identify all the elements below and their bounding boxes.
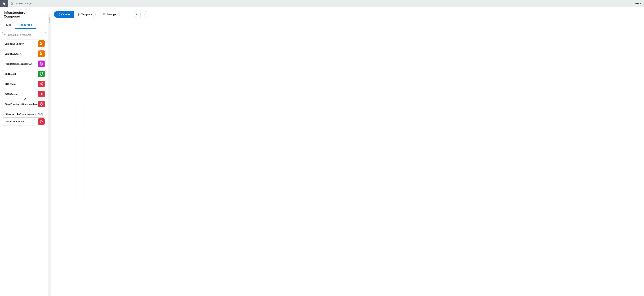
- template-mode-button[interactable]: Template: [74, 11, 96, 18]
- resource-label: RDS Database (External): [5, 63, 38, 65]
- sns-icon: [38, 81, 45, 87]
- resource-lambda-layer[interactable]: Lambda Layer: [2, 50, 46, 58]
- scroll-thumb[interactable]: [49, 17, 50, 23]
- resource-search[interactable]: [2, 32, 46, 38]
- sidebar-tabs: List Resources: [2, 22, 46, 29]
- bucket-icon: [38, 71, 45, 77]
- home-icon: [2, 2, 5, 5]
- search-icon: [4, 34, 6, 36]
- stepfunctions-icon: [38, 101, 45, 107]
- main-area: Infrastructure Composer List Resources L…: [0, 7, 644, 296]
- menu-button[interactable]: Menu: [632, 0, 644, 7]
- svg-point-5: [42, 83, 43, 83]
- svg-rect-16: [59, 13, 60, 14]
- scroll-up-button[interactable]: ˄: [48, 14, 51, 17]
- sidebar: Infrastructure Composer List Resources L…: [0, 7, 48, 296]
- svg-point-6: [42, 85, 43, 85]
- svg-point-0: [4, 34, 6, 35]
- svg-rect-18: [59, 15, 60, 16]
- arrange-icon: [103, 13, 105, 16]
- sqs-icon: [38, 91, 45, 97]
- svg-rect-15: [58, 13, 58, 14]
- svg-point-9: [42, 94, 43, 94]
- caret-down-icon: ▼: [2, 113, 4, 115]
- lambda-icon: [38, 51, 45, 57]
- resource-s3-bucket[interactable]: S3 Bucket: [2, 70, 46, 78]
- svg-line-1: [6, 35, 6, 36]
- section-standard-iac[interactable]: ▼ Standard IaC resources (1308): [2, 110, 46, 117]
- resource-label: Alexa::ASK::Skill: [5, 120, 38, 123]
- undo-icon: [136, 13, 138, 16]
- resource-label: SQS Queue: [5, 93, 38, 95]
- undo-button[interactable]: [134, 11, 140, 18]
- arrange-button[interactable]: Arrange: [99, 11, 120, 18]
- resource-list: Lambda Function Lambda Layer RDS Databas…: [0, 40, 48, 131]
- svg-rect-13: [41, 105, 42, 106]
- sidebar-header: Infrastructure Composer: [0, 7, 48, 20]
- history-group: [134, 11, 147, 18]
- resource-alexa-skill[interactable]: Alexa::ASK::Skill: [2, 117, 46, 126]
- resource-label: SNS Topic: [5, 83, 38, 85]
- resource-sns-topic[interactable]: SNS Topic: [2, 80, 46, 88]
- home-button[interactable]: [0, 0, 8, 7]
- svg-point-2: [40, 62, 42, 63]
- alexa-icon: [38, 118, 45, 125]
- scroll-track[interactable]: [48, 17, 51, 293]
- view-mode-group: Canvas Template: [54, 11, 96, 18]
- tab-list[interactable]: List: [2, 22, 15, 29]
- resource-sqs-queue[interactable]: SQS Queue: [2, 90, 46, 98]
- chevron-left-icon: [42, 13, 44, 16]
- sidebar-title: Infrastructure Composer: [4, 11, 40, 18]
- canvas-toolbar: Canvas Template Arrange: [51, 7, 644, 19]
- svg-point-4: [40, 84, 41, 84]
- resource-lambda-function[interactable]: Lambda Function: [2, 40, 46, 48]
- svg-point-7: [41, 93, 42, 94]
- lambda-icon: [38, 40, 45, 47]
- resource-rds-database[interactable]: RDS Database (External): [2, 60, 46, 68]
- canvas-surface[interactable]: [51, 22, 644, 296]
- svg-point-3: [40, 72, 42, 73]
- resource-label: Lambda Function: [5, 43, 38, 45]
- file-icon: [10, 2, 13, 5]
- workspace: Canvas Template Arrange: [51, 7, 644, 296]
- template-icon: [77, 13, 80, 16]
- search-input[interactable]: [8, 34, 44, 36]
- redo-button[interactable]: [140, 11, 147, 18]
- top-bar: Unsaved changes Menu: [0, 0, 644, 7]
- resource-step-functions[interactable]: Step Functions State machine: [2, 100, 46, 108]
- svg-rect-25: [104, 15, 104, 15]
- scroll-down-button[interactable]: ˅: [48, 293, 51, 296]
- unsaved-changes-label: Unsaved changes: [14, 2, 32, 5]
- unsaved-changes-indicator: Unsaved changes: [8, 0, 35, 7]
- database-icon: [38, 61, 45, 67]
- collapse-sidebar-button[interactable]: [40, 12, 45, 17]
- redo-icon: [142, 13, 145, 16]
- topbar-spacer: [35, 0, 632, 7]
- canvas-mode-button[interactable]: Canvas: [54, 11, 74, 18]
- canvas-icon: [57, 13, 60, 16]
- resource-label: Step Functions State machine: [5, 103, 38, 105]
- resource-label: Lambda Layer: [5, 53, 38, 55]
- resource-label: S3 Bucket: [5, 73, 38, 75]
- svg-point-8: [40, 94, 40, 94]
- svg-rect-23: [103, 14, 104, 14]
- tab-resources[interactable]: Resources: [15, 22, 36, 29]
- svg-rect-17: [58, 15, 58, 16]
- sidebar-scrollbar[interactable]: ˄ ˅: [48, 14, 51, 296]
- svg-rect-10: [41, 102, 42, 103]
- svg-rect-24: [104, 14, 105, 14]
